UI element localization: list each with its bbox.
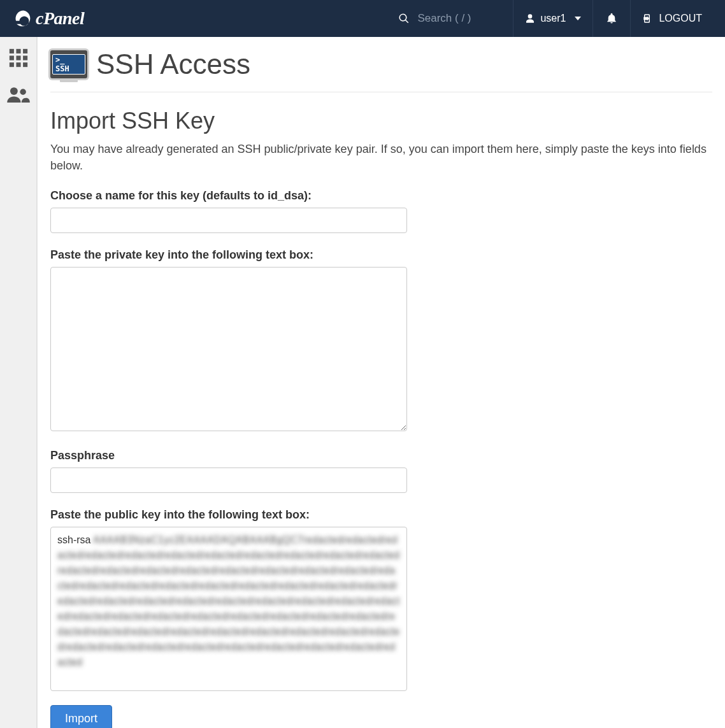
brand-name: cPanel: [36, 8, 84, 29]
sidebar-item-users[interactable]: [6, 83, 31, 107]
key-name-label: Choose a name for this key (defaults to …: [50, 189, 407, 203]
public-key-textarea[interactable]: ssh-rsa AAAAB3NzaC1yc2EAAAADAQABAAABgQC7…: [50, 527, 407, 691]
search-input[interactable]: [417, 12, 500, 25]
field-passphrase: Passphrase: [50, 449, 407, 493]
svg-rect-0: [9, 49, 13, 54]
section-description: You may have already generated an SSH pu…: [50, 141, 712, 174]
sidebar-item-apps[interactable]: [6, 46, 31, 70]
svg-rect-5: [23, 55, 27, 60]
import-button[interactable]: Import: [50, 705, 112, 728]
bell-icon: [606, 13, 617, 24]
topbar: cPanel user1 LOGOUT: [0, 0, 725, 37]
ssh-terminal-icon: >_ SSH: [50, 50, 87, 78]
key-name-input[interactable]: [50, 208, 407, 233]
svg-rect-4: [16, 55, 20, 60]
svg-point-10: [20, 89, 26, 96]
chevron-down-icon: [575, 17, 581, 20]
passphrase-input[interactable]: [50, 467, 407, 493]
field-private-key: Paste the private key into the following…: [50, 248, 407, 434]
private-key-label: Paste the private key into the following…: [50, 248, 407, 262]
user-menu[interactable]: user1: [513, 0, 592, 37]
logout-label: LOGOUT: [659, 13, 702, 24]
svg-rect-3: [9, 55, 13, 60]
field-key-name: Choose a name for this key (defaults to …: [50, 189, 407, 233]
public-key-label: Paste the public key into the following …: [50, 508, 407, 522]
grid-icon: [8, 47, 29, 69]
private-key-textarea[interactable]: [50, 267, 407, 431]
cpanel-logo-icon: [14, 9, 33, 28]
user-icon: [525, 13, 535, 24]
page-title: SSH Access: [96, 48, 250, 80]
user-label: user1: [540, 13, 566, 24]
main-content: >_ SSH SSH Access Import SSH Key You may…: [37, 37, 725, 728]
notifications-button[interactable]: [593, 0, 630, 37]
svg-rect-6: [9, 62, 13, 67]
users-icon: [6, 85, 31, 104]
public-key-prefix: ssh-rsa: [57, 534, 90, 545]
section-title: Import SSH Key: [50, 108, 712, 134]
svg-rect-7: [16, 62, 20, 67]
svg-rect-8: [23, 62, 27, 67]
page-header: >_ SSH SSH Access: [50, 48, 712, 92]
passphrase-label: Passphrase: [50, 449, 407, 462]
search-icon: [398, 13, 410, 24]
brand-logo[interactable]: cPanel: [14, 8, 84, 29]
field-public-key: Paste the public key into the following …: [50, 508, 407, 691]
ssh-icon-badge: >_ SSH: [52, 54, 85, 75]
svg-rect-2: [23, 49, 27, 54]
svg-rect-1: [16, 49, 20, 54]
svg-point-9: [10, 87, 17, 95]
public-key-body-redacted: AAAAB3NzaC1yc2EAAAADAQABAAABgQC7redacted…: [57, 534, 399, 667]
logout-icon: [642, 13, 654, 24]
logout-button[interactable]: LOGOUT: [631, 0, 714, 37]
sidebar: [0, 37, 37, 728]
global-search[interactable]: [385, 12, 513, 25]
